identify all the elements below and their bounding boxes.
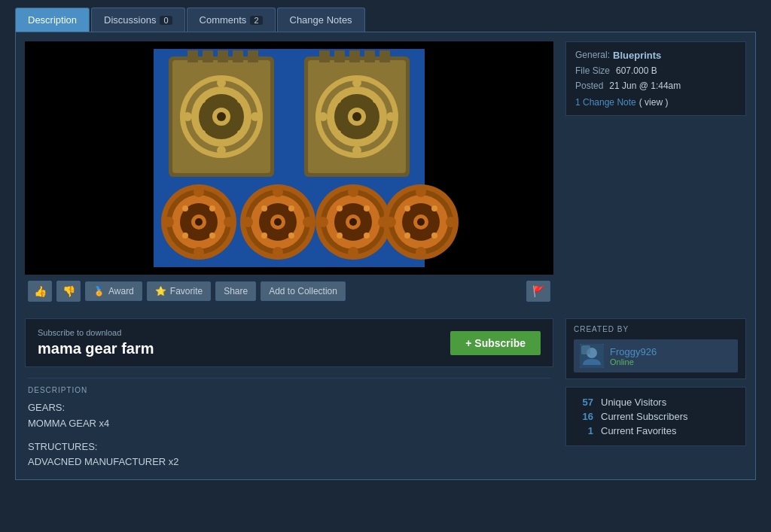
main-content: 👍 👎 🏅 Award ⭐ Favorite Share xyxy=(15,32,756,480)
add-collection-button[interactable]: Add to Collection xyxy=(261,281,346,301)
svg-point-77 xyxy=(348,247,358,257)
svg-point-51 xyxy=(224,217,234,227)
change-note-row: 1 Change Note ( view ) xyxy=(575,97,736,108)
stat-row-2: 1 Current Favorites xyxy=(575,424,736,438)
tab-discussions-label: Discussions xyxy=(104,14,156,26)
desc-line-3: STRUCTURES: xyxy=(28,439,550,455)
creator-name[interactable]: Froggy926 xyxy=(610,346,657,357)
svg-point-15 xyxy=(183,112,192,121)
thumbdown-icon: 👎 xyxy=(62,285,75,297)
svg-point-53 xyxy=(195,218,203,226)
svg-rect-7 xyxy=(233,50,243,62)
svg-point-65 xyxy=(303,217,313,227)
tab-comments[interactable]: Comments 2 xyxy=(187,8,276,32)
svg-point-22 xyxy=(217,112,226,121)
creator-info: Froggy926 Online xyxy=(610,346,657,366)
tab-changenotes[interactable]: Change Notes xyxy=(277,8,365,32)
svg-point-76 xyxy=(348,187,358,197)
tab-description[interactable]: Description xyxy=(15,8,90,32)
svg-point-54 xyxy=(182,205,188,211)
desc-line-0: GEARS: xyxy=(28,400,550,416)
svg-point-70 xyxy=(261,233,267,239)
svg-point-43 xyxy=(352,112,361,121)
svg-rect-102 xyxy=(581,345,590,354)
svg-point-99 xyxy=(431,233,437,239)
stat-label-1: Current Subscribers xyxy=(601,411,688,422)
flag-icon: 🚩 xyxy=(532,285,545,297)
filesize-label: File Size xyxy=(575,65,610,76)
svg-point-92 xyxy=(386,217,396,227)
left-column: 👍 👎 🏅 Award ⭐ Favorite Share xyxy=(25,41,553,308)
general-row: General: Blueprints xyxy=(575,50,736,61)
svg-point-16 xyxy=(251,112,260,121)
share-button[interactable]: Share xyxy=(215,281,256,301)
svg-point-95 xyxy=(417,218,425,226)
subscribe-label: Subscribe to download xyxy=(38,328,154,337)
svg-point-39 xyxy=(373,97,379,103)
tab-changenotes-label: Change Notes xyxy=(290,14,352,26)
action-bar: 👍 👎 🏅 Award ⭐ Favorite Share xyxy=(25,275,553,308)
desc-line-4: ADVACNED MANUFACTURER x2 xyxy=(28,454,550,470)
svg-point-19 xyxy=(200,130,206,136)
svg-point-48 xyxy=(194,187,204,197)
svg-point-84 xyxy=(337,233,343,239)
stat-label-2: Current Favorites xyxy=(601,425,676,436)
svg-point-83 xyxy=(364,205,370,211)
filesize-row: File Size 607.000 B xyxy=(575,65,736,76)
svg-point-81 xyxy=(349,218,357,226)
flag-button[interactable]: 🚩 xyxy=(526,281,550,302)
subscribe-button[interactable]: + Subscribe xyxy=(450,331,541,355)
svg-rect-6 xyxy=(218,50,228,62)
desc-spacer xyxy=(28,432,550,439)
right-column: General: Blueprints File Size 607.000 B … xyxy=(565,41,746,308)
description-text: GEARS: MOMMA GEAR x4 STRUCTURES: ADVACNE… xyxy=(28,400,550,470)
change-note-link[interactable]: 1 Change Note xyxy=(575,97,636,108)
creator-row: Froggy926 Online xyxy=(574,339,738,372)
svg-point-34 xyxy=(352,78,361,87)
svg-point-55 xyxy=(209,205,215,211)
general-label: General: xyxy=(575,50,610,61)
avatar xyxy=(580,344,604,368)
creator-label: CREATED BY xyxy=(574,325,738,333)
posted-val: 21 Jun @ 1:44am xyxy=(609,81,681,91)
svg-point-57 xyxy=(209,233,215,239)
tab-discussions[interactable]: Discussions 0 xyxy=(91,8,184,32)
svg-point-71 xyxy=(288,233,294,239)
thumbup-button[interactable]: 👍 xyxy=(28,281,52,302)
svg-point-97 xyxy=(431,205,437,211)
filesize-val: 607.000 B xyxy=(616,65,657,76)
award-icon: 🏅 xyxy=(93,286,105,296)
lower-right: CREATED BY Froggy926 Onl xyxy=(565,318,746,470)
stat-num-1: 16 xyxy=(575,411,593,422)
thumbup-icon: 👍 xyxy=(34,285,47,297)
content-layout: 👍 👎 🏅 Award ⭐ Favorite Share xyxy=(25,41,746,308)
left-lower: Subscribe to download mama gear farm + S… xyxy=(25,318,553,470)
tab-comments-badge: 2 xyxy=(250,16,262,25)
creator-status: Online xyxy=(610,357,657,366)
svg-point-20 xyxy=(237,130,243,136)
svg-rect-8 xyxy=(248,50,258,62)
svg-point-90 xyxy=(416,187,426,197)
svg-point-50 xyxy=(163,217,174,227)
view-link[interactable]: ( view ) xyxy=(639,97,669,108)
creator-box: CREATED BY Froggy926 Onl xyxy=(565,318,746,379)
svg-point-18 xyxy=(237,97,243,103)
svg-point-85 xyxy=(364,233,370,239)
tab-comments-label: Comments xyxy=(200,14,247,26)
thumbdown-button[interactable]: 👎 xyxy=(56,281,81,302)
item-image xyxy=(25,41,553,275)
award-button[interactable]: 🏅 Award xyxy=(85,281,142,301)
info-panel: General: Blueprints File Size 607.000 B … xyxy=(565,41,746,116)
subscribe-panel: Subscribe to download mama gear farm + S… xyxy=(25,318,553,367)
desc-line-1: MOMMA GEAR x4 xyxy=(28,416,550,432)
stat-row-0: 57 Unique Visitors xyxy=(575,395,736,409)
svg-point-68 xyxy=(261,205,267,211)
stat-label-0: Unique Visitors xyxy=(601,397,666,408)
svg-point-40 xyxy=(335,130,341,136)
favorite-button[interactable]: ⭐ Favorite xyxy=(147,281,211,301)
svg-point-14 xyxy=(217,146,226,155)
svg-point-82 xyxy=(337,205,343,211)
item-title: mama gear farm xyxy=(38,340,154,357)
svg-point-91 xyxy=(416,247,426,257)
svg-point-78 xyxy=(318,217,328,227)
